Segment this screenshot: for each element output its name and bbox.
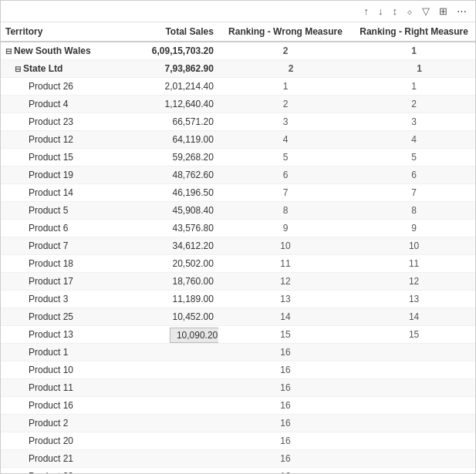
cell-rank-right: 15 bbox=[353, 326, 475, 344]
col-total-sales[interactable]: Total Sales bbox=[123, 22, 218, 42]
table-row: Product 2510,452.001414 bbox=[1, 308, 475, 326]
expand-icon[interactable]: ⊟ bbox=[5, 47, 12, 55]
cell-territory: Product 22 bbox=[1, 468, 123, 474]
col-territory[interactable]: Territory bbox=[1, 22, 123, 42]
cell-rank-wrong: 16 bbox=[218, 397, 353, 415]
cell-total-sales: 1,12,640.40 bbox=[123, 96, 218, 113]
cell-rank-wrong: 15 bbox=[218, 326, 353, 344]
grid-icon[interactable]: ⊞ bbox=[437, 5, 450, 18]
cell-rank-right: 8 bbox=[353, 202, 475, 220]
cell-rank-right: 7 bbox=[353, 184, 475, 202]
table-row: Product 545,908.4088 bbox=[1, 202, 475, 220]
cell-territory: Product 17 bbox=[1, 273, 123, 291]
cell-territory: Product 12 bbox=[1, 131, 123, 149]
cell-rank-wrong: 13 bbox=[218, 291, 353, 308]
cell-territory: Product 7 bbox=[1, 237, 123, 255]
cell-total-sales: 66,571.20 bbox=[123, 113, 218, 131]
expand-icon[interactable]: ⊟ bbox=[15, 65, 21, 73]
cell-territory: Product 23 bbox=[1, 113, 123, 131]
cell-rank-right bbox=[353, 379, 475, 397]
cell-territory: Product 19 bbox=[1, 166, 123, 184]
cell-total-sales: 43,576.80 bbox=[123, 220, 218, 237]
cell-rank-right bbox=[353, 397, 475, 415]
table-row: Product 1310,090.2010,090.201515 bbox=[1, 326, 475, 344]
cell-rank-right: 4 bbox=[353, 131, 475, 149]
cell-rank-wrong: 6 bbox=[218, 166, 353, 184]
table-row: Product 1016 bbox=[1, 361, 475, 379]
cell-total-sales: 46,196.50 bbox=[123, 184, 218, 202]
cell-rank-wrong: 2 bbox=[218, 96, 353, 113]
table-row: Product 1116 bbox=[1, 379, 475, 397]
cell-rank-wrong: 16 bbox=[218, 450, 353, 468]
cell-rank-wrong: 8 bbox=[218, 202, 353, 220]
table-row: ⊟New South Wales6,09,15,703.2021 bbox=[1, 42, 475, 60]
cell-rank-right: 11 bbox=[353, 255, 475, 273]
cell-total-sales: 64,119.00 bbox=[123, 131, 218, 149]
cell-rank-wrong: 9 bbox=[218, 220, 353, 237]
cell-territory: Product 13 bbox=[1, 326, 123, 344]
cell-rank-right: 6 bbox=[353, 166, 475, 184]
table-row: ⊟State Ltd7,93,862.9021 bbox=[1, 60, 475, 78]
sort-both-icon[interactable]: ↕ bbox=[390, 5, 400, 18]
table-row: Product 311,189.001313 bbox=[1, 291, 475, 308]
cell-territory: Product 16 bbox=[1, 397, 123, 415]
cell-rank-wrong: 16 bbox=[218, 432, 353, 450]
cell-territory: ⊟State Ltd bbox=[1, 60, 123, 78]
col-rank-right[interactable]: Ranking - Right Measure bbox=[353, 22, 475, 42]
cell-rank-right bbox=[353, 344, 475, 361]
table-row: Product 1616 bbox=[1, 397, 475, 415]
cell-territory: Product 21 bbox=[1, 450, 123, 468]
filter-icon[interactable]: ▽ bbox=[420, 5, 432, 18]
table-row: Product 41,12,640.4022 bbox=[1, 96, 475, 113]
table-row: Product 116 bbox=[1, 344, 475, 361]
cell-total-sales bbox=[123, 432, 218, 450]
cell-total-sales: 48,762.60 bbox=[123, 166, 218, 184]
expand-icon[interactable]: ⬦ bbox=[404, 5, 415, 18]
tooltip: 10,090.20 bbox=[170, 328, 218, 343]
cell-rank-wrong: 2 bbox=[218, 60, 353, 78]
cell-rank-right: 14 bbox=[353, 308, 475, 326]
cell-total-sales: 34,612.20 bbox=[123, 237, 218, 255]
cell-rank-wrong: 16 bbox=[218, 344, 353, 361]
cell-rank-wrong: 16 bbox=[218, 468, 353, 474]
sort-desc-icon[interactable]: ↓ bbox=[376, 5, 386, 18]
cell-total-sales: 59,268.20 bbox=[123, 149, 218, 166]
table-row: Product 2016 bbox=[1, 432, 475, 450]
table-row: Product 1264,119.0044 bbox=[1, 131, 475, 149]
cell-total-sales: 10,090.2010,090.20 bbox=[123, 326, 218, 344]
cell-rank-right bbox=[353, 361, 475, 379]
table-row: Product 734,612.201010 bbox=[1, 237, 475, 255]
col-rank-wrong[interactable]: Ranking - Wrong Measure bbox=[218, 22, 353, 42]
table-row: Product 2116 bbox=[1, 450, 475, 468]
more-icon[interactable]: ⋯ bbox=[454, 5, 469, 18]
cell-rank-right: 12 bbox=[353, 273, 475, 291]
cell-rank-right: 2 bbox=[353, 96, 475, 113]
cell-territory: Product 4 bbox=[1, 96, 123, 113]
cell-rank-right: 1 bbox=[353, 60, 475, 78]
cell-total-sales: 18,760.00 bbox=[123, 273, 218, 291]
cell-rank-wrong: 1 bbox=[218, 78, 353, 96]
cell-territory: ⊟New South Wales bbox=[1, 42, 123, 60]
table-wrapper: Territory Total Sales Ranking - Wrong Me… bbox=[1, 22, 475, 473]
table-row: Product 1718,760.001212 bbox=[1, 273, 475, 291]
cell-rank-wrong: 14 bbox=[218, 308, 353, 326]
table-row: Product 1820,502.001111 bbox=[1, 255, 475, 273]
cell-rank-wrong: 16 bbox=[218, 361, 353, 379]
cell-territory: Product 11 bbox=[1, 379, 123, 397]
cell-rank-wrong: 2 bbox=[218, 42, 353, 60]
cell-rank-right: 5 bbox=[353, 149, 475, 166]
cell-rank-wrong: 5 bbox=[218, 149, 353, 166]
cell-total-sales bbox=[123, 450, 218, 468]
cell-rank-wrong: 11 bbox=[218, 255, 353, 273]
table-header-row: Territory Total Sales Ranking - Wrong Me… bbox=[1, 22, 475, 42]
table-row: Product 1948,762.6066 bbox=[1, 166, 475, 184]
cell-total-sales: 10,452.00 bbox=[123, 308, 218, 326]
cell-territory: Product 1 bbox=[1, 344, 123, 361]
cell-total-sales bbox=[123, 361, 218, 379]
sort-asc-icon[interactable]: ↑ bbox=[362, 5, 372, 18]
table-row: Product 216 bbox=[1, 415, 475, 432]
cell-territory: Product 5 bbox=[1, 202, 123, 220]
cell-total-sales: 20,502.00 bbox=[123, 255, 218, 273]
cell-rank-right bbox=[353, 468, 475, 474]
table-row: Product 262,01,214.4011 bbox=[1, 78, 475, 96]
